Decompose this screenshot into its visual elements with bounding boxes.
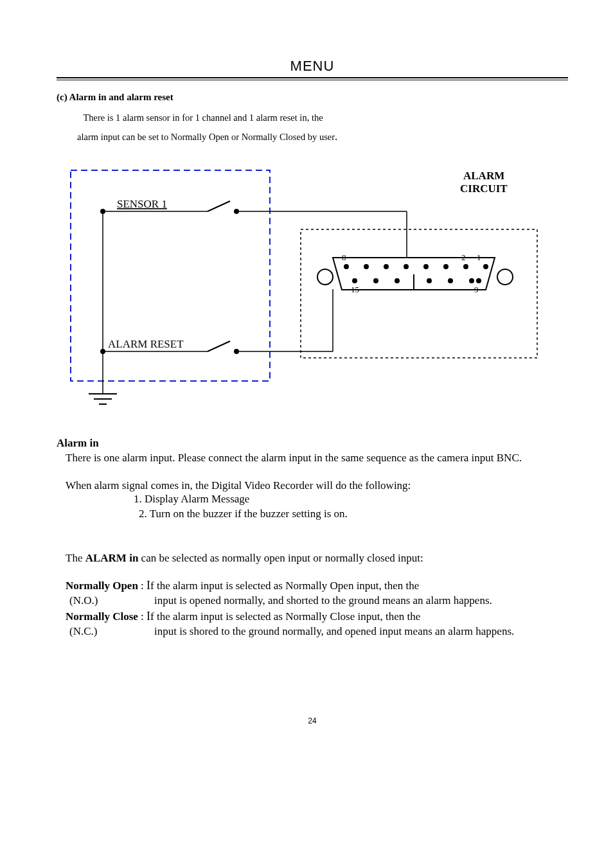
normally-close-row2: (N.C.) input is shored to the ground nor…: [69, 624, 568, 639]
dsub-pin-label-tr2: 1: [477, 252, 481, 262]
normally-open-line2: input is opened normally, and shorted to…: [154, 594, 568, 608]
dsub-pin-12: [427, 278, 432, 283]
alarm-circuit-label-2: CIRCUIT: [460, 182, 508, 195]
intro-line-1: There is 1 alarm sensor in for 1 channel…: [81, 112, 568, 125]
dsub-pin-label-tl: 8: [342, 252, 346, 262]
intro-line1-text: There is 1 alarm sensor in for 1 channel…: [83, 112, 323, 123]
normally-open-row2: (N.O.) input is opened normally, and sho…: [69, 594, 568, 608]
normally-close-bold: Normally Close: [66, 610, 138, 623]
alarm-in-enum2: 2. Turn on the buzzer if the buzzer sett…: [139, 507, 568, 522]
alarm-circuit-label-1: ALARM: [463, 170, 504, 182]
page-container: MENU (c) Alarm in and alarm reset There …: [0, 0, 613, 757]
sensor1-switch-arm: [208, 201, 230, 211]
intro-line2-period: .: [335, 130, 337, 143]
dsub-pin-10: [469, 278, 474, 283]
alarm-reset-label: ALARM RESET: [108, 338, 184, 350]
normally-close-colon: :: [138, 610, 147, 623]
alarm-in-p2: When alarm signal comes in, the Digital …: [66, 479, 568, 492]
dsub-pin-4: [423, 264, 429, 269]
dsub-pin-13: [395, 278, 400, 283]
subsection-title: (c) Alarm in and alarm reset: [57, 92, 568, 103]
alarm-in-p3: The ALARM in can be selected as normally…: [66, 551, 568, 565]
alarm-reset-switch-arm: [208, 341, 230, 351]
normally-open-term: Normally Open : If the alarm input is se…: [66, 578, 419, 594]
alarm-in-enum1: 1. Display Alarm Message: [134, 492, 568, 507]
dsub-pin-15: [352, 278, 357, 283]
normally-open-colon: :: [138, 580, 147, 592]
normally-open-row1: Normally Open : If the alarm input is se…: [66, 578, 568, 594]
alarm-in-heading: Alarm in: [57, 437, 568, 450]
dsub-pin-5: [404, 264, 409, 269]
connector-enclosure: [301, 229, 537, 358]
dsub-pin-3: [443, 264, 449, 269]
normally-close-row1: Normally Close : If the alarm input is s…: [66, 608, 568, 624]
dsub-pin-6: [384, 264, 389, 269]
normally-open-tail: f the alarm input is selected as Normall…: [150, 580, 419, 592]
dsub-pin-label-tr1: 2: [461, 252, 466, 262]
dsub-screw-left: [317, 269, 333, 285]
dsub-pin-2: [463, 264, 468, 269]
sensor1-label: SENSOR 1: [117, 198, 167, 210]
alarm-in-enum: 1. Display Alarm Message 2. Turn on the …: [134, 492, 568, 522]
dsub-screw-right: [497, 269, 513, 285]
header-rule: [57, 77, 568, 80]
normally-open-bold: Normally Open: [66, 580, 138, 592]
dsub-pin-label-bl: 15: [351, 285, 359, 294]
alarm-in-p3-bold: ALARM in: [85, 552, 139, 564]
normally-close-tail: f the alarm input is selected as Normall…: [150, 610, 420, 623]
dsub-pin-14: [373, 278, 378, 283]
dsub-pin-label-br: 9: [474, 285, 479, 294]
page-number: 24: [57, 716, 568, 725]
intro-line-2: alarm input can be set to Normally Open …: [77, 130, 568, 145]
diagram-svg: ALARM CIRCUIT SENSOR 1 ALARM RESET: [57, 164, 558, 418]
alarm-circuit-diagram: ALARM CIRCUIT SENSOR 1 ALARM RESET: [57, 164, 568, 420]
page-title: MENU: [57, 58, 568, 75]
dsub-pin-8: [344, 264, 349, 269]
normally-open-abbrev: (N.O.): [69, 594, 154, 608]
dsub-pin-11: [448, 278, 453, 283]
intro-line2-pre: alarm input can be set to Normally Open …: [77, 132, 335, 142]
terms-block: Normally Open : If the alarm input is se…: [57, 578, 568, 639]
dsub-pin-9: [476, 278, 481, 283]
dsub-pin-7: [364, 264, 369, 269]
normally-close-term: Normally Close : If the alarm input is s…: [66, 608, 420, 624]
alarm-in-p3-post: can be selected as normally open input o…: [138, 552, 423, 564]
dsub-pin-1: [483, 264, 488, 269]
normally-close-abbrev: (N.C.): [69, 624, 154, 639]
alarm-in-p1: There is one alarm input. Please connect…: [66, 451, 568, 465]
alarm-in-p3-pre: The: [66, 552, 85, 564]
normally-close-line2: input is shored to the ground normally, …: [154, 624, 568, 639]
